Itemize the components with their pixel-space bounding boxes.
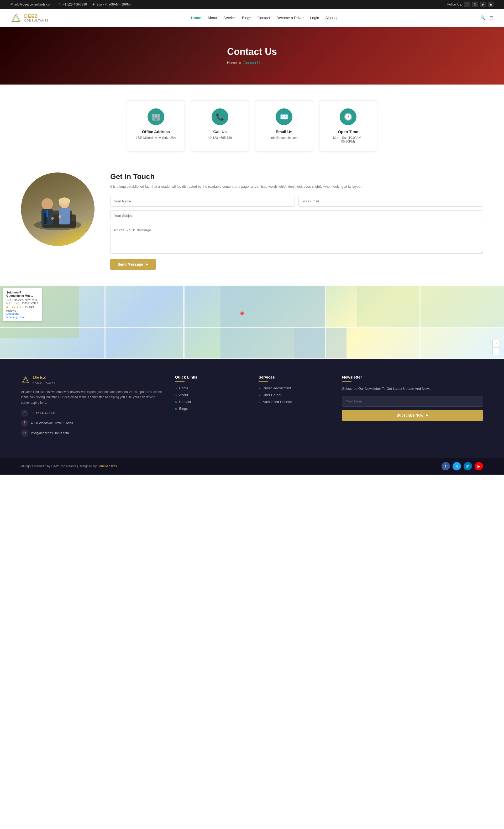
quick-link-contact-anchor[interactable]: Contact <box>175 400 245 404</box>
breadcrumb-arrow: » <box>239 60 241 65</box>
footer-phone-icon: 📱 <box>21 409 28 417</box>
facebook-icon[interactable]: f <box>464 2 470 7</box>
linkedin-icon[interactable]: in <box>488 2 494 7</box>
svg-point-12 <box>59 198 70 204</box>
contact-card-call: 📞 Call Us +2 123 4565 789 <box>191 100 249 151</box>
hero-title: Contact Us <box>227 46 277 57</box>
search-icon[interactable]: 🔍 <box>480 15 486 21</box>
nav-contact[interactable]: Contact <box>257 16 270 20</box>
breadcrumb: Home » Contact Us <box>227 60 277 65</box>
service-driver-recruitment: Driver Recruitment <box>259 386 329 390</box>
send-label: Send Message <box>118 262 143 266</box>
map-roads-svg: New York Newark QUEENS <box>0 286 504 359</box>
nav-signup[interactable]: Sign Up <box>325 16 338 20</box>
newsletter-title: Newsletter <box>342 375 483 382</box>
contact-image-inner <box>21 173 95 246</box>
quick-link-about: About <box>175 393 245 397</box>
service-uber-career: Uber Career <box>259 393 329 397</box>
quick-links-list: Home About Contact Blogs <box>175 386 245 411</box>
nav-service[interactable]: Service <box>223 16 236 20</box>
newsletter-email-input[interactable] <box>342 396 483 407</box>
contact-people-svg <box>21 173 95 246</box>
nav-blogs[interactable]: Blogs <box>242 16 251 20</box>
message-textarea[interactable] <box>110 225 483 254</box>
top-bar-right: Follow Us: f 𝕏 ◈ in <box>447 2 494 7</box>
breadcrumb-home[interactable]: Home <box>227 61 237 65</box>
contact-image <box>21 173 95 246</box>
card-detail-email: info@example.com <box>262 136 307 140</box>
footer-grid: DEEZ CONSULTANTS At Deez Consultants, we… <box>21 375 483 439</box>
nav-login[interactable]: Login <box>310 16 319 20</box>
service-license-anchor[interactable]: Authorized License <box>259 400 329 404</box>
svg-rect-8 <box>44 213 47 224</box>
newsletter-text: Subscribe Our Newsletter To Get Latest U… <box>342 386 483 392</box>
contact-cards-section: 🏢 Office Address 25/B Milford, New York,… <box>0 84 504 162</box>
quick-link-home: Home <box>175 386 245 390</box>
twitter-icon[interactable]: 𝕏 <box>472 2 478 7</box>
card-detail-address: 25/B Milford, New York, USA <box>134 136 178 140</box>
designer-link[interactable]: Zonewebsites <box>97 464 117 468</box>
footer: DEEZ CONSULTANTS At Deez Consultants, we… <box>0 359 504 458</box>
email-info: ✉ info@deezconsultants.com <box>10 3 52 6</box>
instagram-icon[interactable]: ◈ <box>480 2 485 7</box>
nav-become-driver[interactable]: Become a Driver <box>277 16 304 20</box>
map-place-name: Solomon R. Guggenheim Mus... <box>6 291 38 297</box>
footer-email-icon: ✉ <box>21 429 28 437</box>
hero-section: Contact Us Home » Contact Us <box>0 27 504 84</box>
email-card-icon: ✉️ <box>276 108 292 125</box>
card-detail-opentime: Mon - Sat (10.00AM - 05.30PM) <box>326 136 370 143</box>
map-section: New York Newark QUEENS Solomon R. Guggen… <box>0 286 504 359</box>
form-description: It is a long established fact that a rea… <box>110 184 483 189</box>
card-title-email: Email Us <box>262 130 307 134</box>
map-address: 1071 5th Ave, New York, NY 10128, United… <box>6 298 38 304</box>
footer-twitter-icon[interactable]: 𝕏 <box>453 462 461 470</box>
footer-about-text: At Deez Consultants, we empower drivers … <box>21 389 162 405</box>
footer-email-item: ✉ info@deezconsultants.com <box>21 429 162 437</box>
map-rating: 4.3 ★★★★☆ 22,649 reviews <box>6 305 38 312</box>
contact-card-address: 🏢 Office Address 25/B Milford, New York,… <box>127 100 185 151</box>
svg-point-14 <box>51 217 54 220</box>
footer-linkedin-icon[interactable]: in <box>464 462 472 470</box>
map-directions-link[interactable]: Directions <box>6 312 38 315</box>
card-title-opentime: Open Time <box>326 130 370 134</box>
footer-newsletter: Newsletter Subscribe Our Newsletter To G… <box>342 375 483 439</box>
subscribe-icon: ➤ <box>425 413 428 418</box>
navbar: DEEZ CONSULTANTS Home About Service Blog… <box>0 9 504 27</box>
form-heading: Get In Touch <box>110 173 483 181</box>
footer-copyright: All rights reserved by Deez Consultants … <box>21 464 117 468</box>
footer-address: 4330 Woodside Circle, Florida <box>31 421 73 425</box>
top-bar-left: ✉ info@deezconsultants.com 📱 +1 123-456-… <box>10 3 131 6</box>
zoom-out-button[interactable]: − <box>493 348 500 355</box>
footer-logo-name: DEEZ <box>33 375 46 380</box>
contact-card-email: ✉️ Email Us info@example.com <box>255 100 313 151</box>
subject-input[interactable] <box>110 210 483 221</box>
nav-links: Home About Service Blogs Contact Become … <box>191 16 338 20</box>
footer-phone: +1 123-456-7890 <box>31 411 55 415</box>
service-uber-anchor[interactable]: Uber Career <box>259 393 329 397</box>
footer-youtube-icon[interactable]: ▶ <box>475 462 483 470</box>
map-view-larger-link[interactable]: View larger map <box>6 316 38 319</box>
email-input[interactable] <box>298 196 483 207</box>
service-driver-anchor[interactable]: Driver Recruitment <box>259 386 329 390</box>
zoom-in-button[interactable]: + <box>493 340 500 347</box>
services-title: Services <box>259 375 329 382</box>
subscribe-button[interactable]: Subscribe Now ➤ <box>342 410 483 421</box>
send-button[interactable]: Send Message ➤ <box>110 259 156 270</box>
card-title-call: Call Us <box>197 130 242 134</box>
quick-links-title: Quick Links <box>175 375 245 382</box>
name-input[interactable] <box>110 196 295 207</box>
logo-svg <box>10 12 22 24</box>
nav-home[interactable]: Home <box>191 16 201 20</box>
footer-address-item: 📍 4330 Woodside Circle, Florida <box>21 420 162 427</box>
quick-link-home-anchor[interactable]: Home <box>175 386 245 390</box>
quick-link-contact: Contact <box>175 400 245 404</box>
quick-link-blogs-anchor[interactable]: Blogs <box>175 407 245 411</box>
follow-label: Follow Us: <box>447 3 462 6</box>
nav-about[interactable]: About <box>207 16 217 20</box>
map-zoom-controls: + − <box>493 340 500 355</box>
footer-facebook-icon[interactable]: f <box>441 462 450 470</box>
quick-link-about-anchor[interactable]: About <box>175 393 245 397</box>
logo[interactable]: DEEZ CONSULTANTS <box>10 12 49 24</box>
hours-info: ☀ Sun - Fri (08AM - 10PM) <box>92 3 131 6</box>
menu-icon[interactable]: ☰ <box>490 15 494 21</box>
